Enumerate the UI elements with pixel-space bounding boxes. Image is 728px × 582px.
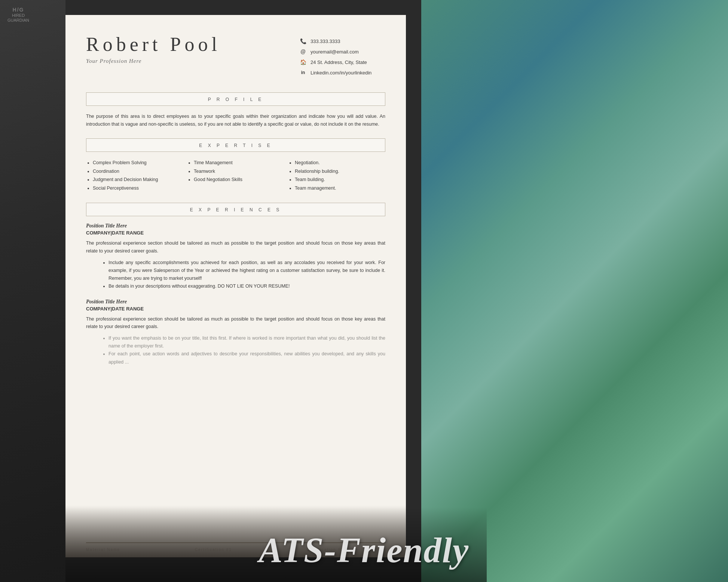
name-block: Robert Pool Your Profession Here	[86, 34, 299, 64]
list-item: Teamwork	[194, 167, 281, 176]
expertise-header: E X P E R T I S E	[86, 138, 385, 152]
expertise-col-3: Negotiation. Relationship building. Team…	[284, 159, 385, 192]
list-item: Team management.	[295, 184, 382, 193]
list-item: Relationship building.	[295, 167, 382, 176]
position-title-1: Position Title Here	[86, 223, 385, 229]
expertise-grid: Complex Problem Solving Coordination Jud…	[86, 159, 385, 192]
list-item: Judgment and Decision Making	[93, 175, 180, 184]
experience-intro-1: The professional experience section shou…	[86, 239, 385, 255]
experiences-section: E X P E R I E N C E S Position Title Her…	[86, 203, 385, 366]
contact-address: 🏠 24 St. Address, City, State	[299, 58, 385, 66]
background-left	[0, 0, 65, 582]
ats-watermark: ATS-Friendly	[259, 530, 469, 571]
email-icon: @	[299, 48, 307, 55]
company-date-2: COMPANY|DATE RANGE	[86, 306, 385, 312]
phone-value: 333.333.3333	[311, 39, 340, 44]
expertise-section: E X P E R T I S E Complex Problem Solvin…	[86, 138, 385, 192]
list-item: Include any specific accomplishments you…	[108, 259, 385, 283]
profile-header: P R O F I L E	[86, 92, 385, 106]
phone-icon: 📞	[299, 37, 307, 45]
list-item: Social Perceptiveness	[93, 184, 180, 193]
expertise-list-3: Negotiation. Relationship building. Team…	[288, 159, 382, 192]
list-item: Team building.	[295, 175, 382, 184]
experiences-header: E X P E R I E N C E S	[86, 203, 385, 216]
resume-name: Robert Pool	[86, 34, 299, 55]
experiences-label: E X P E R I E N C E S	[190, 207, 281, 212]
linkedin-icon: in	[299, 69, 307, 76]
logo: H/G HIRED GUARDIAN	[7, 7, 29, 23]
list-item: Complex Problem Solving	[93, 159, 180, 167]
resume-header: Robert Pool Your Profession Here 📞 333.3…	[86, 34, 385, 79]
expertise-list-2: Time Management Teamwork Good Negotiatio…	[187, 159, 281, 184]
contact-linkedin: in Linkedin.com/in/yourlinkedin	[299, 69, 385, 76]
background-right	[421, 0, 728, 582]
expertise-list-1: Complex Problem Solving Coordination Jud…	[86, 159, 180, 192]
list-item: Negotiation.	[295, 159, 382, 167]
experience-bullets-1: Include any specific accomplishments you…	[86, 259, 385, 291]
address-value: 24 St. Address, City, State	[311, 59, 367, 65]
email-value: youremail@email.com	[311, 49, 359, 55]
address-icon: 🏠	[299, 58, 307, 66]
profile-text: The purpose of this area is to direct em…	[86, 113, 385, 128]
logo-line2: GUARDIAN	[7, 18, 29, 23]
experience-intro-2: The professional experience section shou…	[86, 315, 385, 331]
experience-bullets-2: If you want the emphasis to be on your t…	[86, 334, 385, 366]
expertise-label: E X P E R T I S E	[199, 143, 272, 148]
contact-phone: 📞 333.333.3333	[299, 37, 385, 45]
list-item: Time Management	[194, 159, 281, 167]
contact-block: 📞 333.333.3333 @ youremail@email.com 🏠 2…	[299, 34, 385, 79]
profile-section: P R O F I L E The purpose of this area i…	[86, 92, 385, 128]
resume-profession: Your Profession Here	[86, 58, 299, 64]
expertise-col-2: Time Management Teamwork Good Negotiatio…	[183, 159, 284, 192]
list-item: If you want the emphasis to be on your t…	[108, 334, 385, 350]
logo-line1: HIRED	[7, 13, 29, 18]
company-date-1: COMPANY|DATE RANGE	[86, 230, 385, 236]
resume-paper: Robert Pool Your Profession Here 📞 333.3…	[65, 15, 406, 557]
profile-label: P R O F I L E	[208, 97, 264, 102]
list-item: Be details in your descriptions without …	[108, 282, 385, 290]
expertise-col-1: Complex Problem Solving Coordination Jud…	[86, 159, 183, 192]
position-title-2: Position Title Here	[86, 299, 385, 305]
logo-letters: H/G	[7, 7, 29, 13]
list-item: Good Negotiation Skills	[194, 175, 281, 184]
list-item: For each point, use action words and adj…	[108, 350, 385, 366]
experience-entry-2: Position Title Here COMPANY|DATE RANGE T…	[86, 299, 385, 366]
contact-email: @ youremail@email.com	[299, 48, 385, 55]
list-item: Coordination	[93, 167, 180, 176]
experience-entry-1: Position Title Here COMPANY|DATE RANGE T…	[86, 223, 385, 290]
linkedin-value: Linkedin.com/in/yourlinkedin	[311, 70, 371, 76]
